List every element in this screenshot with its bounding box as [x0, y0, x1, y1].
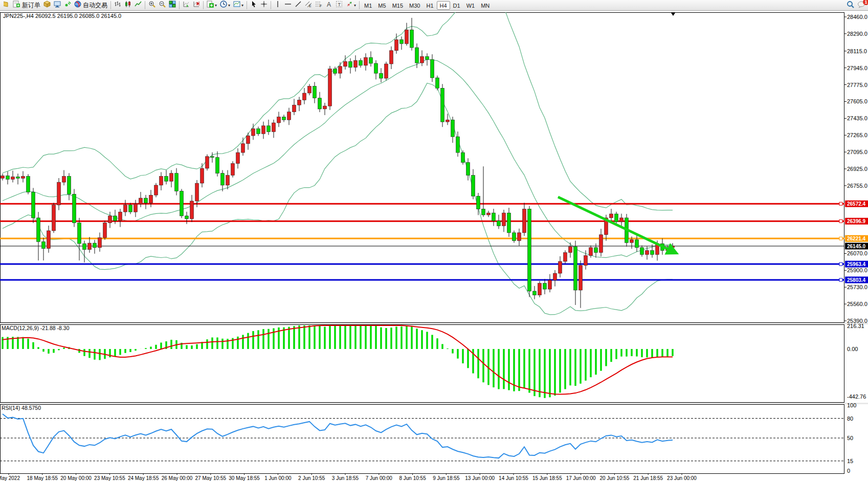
- candle-up: [11, 177, 15, 180]
- arrows-button[interactable]: ▾: [344, 1, 358, 10]
- market-watch-button[interactable]: [42, 1, 52, 10]
- terminal-window-button[interactable]: [52, 1, 62, 10]
- autotrading-button[interactable]: 自动交易: [73, 1, 109, 10]
- text-button[interactable]: A: [324, 1, 334, 10]
- toolbar-separator: [247, 1, 247, 9]
- chart-canvas[interactable]: JPN225-,H4 26092.5 26195.0 26085.0 26145…: [0, 11, 868, 481]
- timeframe-h4-button[interactable]: H4: [437, 1, 450, 10]
- fibonacci-button[interactable]: F: [314, 1, 324, 10]
- candle-down: [513, 233, 516, 241]
- cursor-icon: [250, 1, 257, 10]
- pane-splitter[interactable]: [0, 403, 868, 404]
- cursor-button[interactable]: [249, 1, 259, 10]
- indicators-button[interactable]: ▾: [205, 1, 218, 10]
- chart-shift-button[interactable]: [191, 1, 202, 10]
- svg-text:23 Jun 00:00: 23 Jun 00:00: [667, 475, 697, 481]
- svg-text:26070.0: 26070.0: [847, 250, 867, 256]
- pane-splitter[interactable]: [0, 323, 868, 324]
- messages-button[interactable]: 1: [856, 1, 867, 10]
- line-handle[interactable]: [839, 278, 842, 281]
- candle-down: [369, 57, 373, 63]
- text-label-button[interactable]: T: [334, 1, 344, 10]
- candle-down: [129, 205, 132, 212]
- svg-text:9 Jun 18:55: 9 Jun 18:55: [433, 475, 460, 481]
- vertical-line-button[interactable]: [273, 1, 283, 10]
- candle-down: [594, 248, 598, 253]
- candle-up: [589, 248, 593, 256]
- trendline-icon: [295, 1, 302, 10]
- svg-text:27095.0: 27095.0: [847, 149, 867, 155]
- candle-down: [651, 251, 654, 255]
- candle-up: [170, 173, 173, 182]
- equidistant-channel-button[interactable]: E: [303, 1, 314, 10]
- mt4-application: 新订单自动交易▾▾▾EFAT▾M1M5M15M30H1H4D1W1MN1 JPN…: [0, 0, 868, 481]
- candle-down: [451, 120, 455, 137]
- clipped-icon[interactable]: [1, 1, 11, 10]
- template-icon: [233, 1, 240, 10]
- horizontal-line-button[interactable]: [283, 1, 293, 10]
- candle-up: [21, 177, 25, 179]
- candle-up: [584, 255, 588, 265]
- tiles-icon: [169, 1, 176, 10]
- crosshair-icon: [260, 1, 268, 10]
- candle-up: [277, 117, 281, 123]
- candle-down: [359, 60, 363, 65]
- line-handle[interactable]: [839, 220, 842, 223]
- line-handle[interactable]: [839, 202, 842, 205]
- dropdown-caret-icon[interactable]: ▾: [215, 3, 217, 8]
- tile-windows-button[interactable]: [167, 1, 177, 10]
- shapes-icon: [346, 1, 353, 10]
- line-handle[interactable]: [839, 237, 842, 240]
- candle-up: [293, 105, 296, 112]
- bar-chart-button[interactable]: [113, 1, 123, 10]
- zoom-out-button[interactable]: [157, 1, 167, 10]
- candlechart-icon: [124, 1, 131, 10]
- candle-down: [466, 162, 470, 175]
- zoom-in-button[interactable]: [147, 1, 157, 10]
- candlestick-chart-button[interactable]: [123, 1, 133, 10]
- timeframe-w1-button[interactable]: W1: [463, 1, 478, 10]
- crosshair-button[interactable]: [259, 1, 269, 10]
- candle-up: [231, 163, 235, 175]
- candle-down: [492, 213, 496, 221]
- candle-down: [400, 40, 404, 44]
- timeframe-h1-button[interactable]: H1: [423, 1, 436, 10]
- candle-up: [298, 100, 301, 105]
- line-chart-button[interactable]: [133, 1, 143, 10]
- dropdown-caret-icon[interactable]: ▾: [354, 3, 356, 8]
- dropdown-caret-icon[interactable]: ▾: [228, 3, 230, 8]
- periods-button[interactable]: ▾: [218, 1, 232, 10]
- svg-text:28115.0: 28115.0: [847, 48, 867, 54]
- timeframe-m15-button[interactable]: M15: [389, 1, 406, 10]
- line-handle[interactable]: [839, 263, 842, 266]
- timeframe-m30-button[interactable]: M30: [406, 1, 423, 10]
- trendline-button[interactable]: [293, 1, 303, 10]
- candle-up: [154, 185, 158, 195]
- channel-icon: E: [305, 1, 312, 10]
- search-button[interactable]: [845, 1, 856, 10]
- macd-axis-label: -442.76: [847, 393, 866, 400]
- timeframe-mn-button[interactable]: MN: [478, 1, 493, 10]
- candle-down: [32, 192, 35, 218]
- candle-down: [380, 73, 383, 78]
- timeframe-m1-button[interactable]: M1: [361, 1, 375, 10]
- candle-down: [640, 248, 644, 255]
- auto-scroll-button[interactable]: [181, 1, 191, 10]
- new-order-button[interactable]: 新订单: [11, 1, 42, 10]
- dropdown-caret-icon[interactable]: ▾: [241, 3, 243, 8]
- svg-text:2 Jun 10:55: 2 Jun 10:55: [298, 475, 325, 481]
- candle-down: [68, 177, 71, 194]
- timeframe-d1-button[interactable]: D1: [450, 1, 463, 10]
- svg-text:27265.0: 27265.0: [847, 132, 867, 138]
- candle-down: [477, 196, 480, 209]
- candle-up: [308, 86, 311, 93]
- timeframe-m5-button[interactable]: M5: [375, 1, 389, 10]
- signal-button[interactable]: [62, 1, 73, 10]
- candle-up: [420, 56, 424, 63]
- candle-down: [533, 291, 537, 295]
- svg-text:28290.0: 28290.0: [847, 31, 867, 37]
- candle-up: [52, 205, 56, 231]
- barchart-icon: [114, 1, 121, 10]
- rsi-label: RSI(14) 48.5750: [2, 405, 41, 411]
- templates-button[interactable]: ▾: [232, 1, 245, 10]
